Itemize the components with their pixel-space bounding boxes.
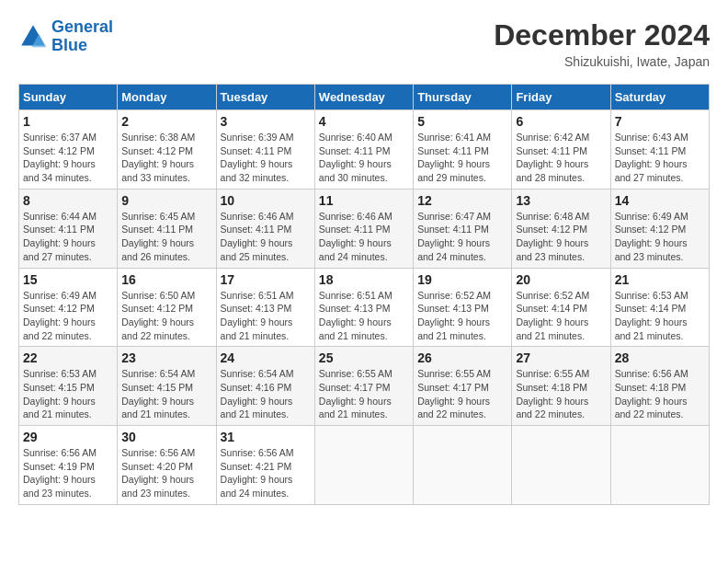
calendar-cell: 13 Sunrise: 6:48 AMSunset: 4:12 PMDaylig…: [512, 189, 610, 268]
calendar-table: SundayMondayTuesdayWednesdayThursdayFrid…: [18, 84, 710, 505]
weekday-monday: Monday: [118, 85, 216, 110]
day-number: 9: [121, 193, 211, 208]
weekday-friday: Friday: [512, 85, 610, 110]
day-detail: Sunrise: 6:54 AMSunset: 4:16 PMDaylight:…: [221, 367, 311, 421]
calendar-cell: 9 Sunrise: 6:45 AMSunset: 4:11 PMDayligh…: [118, 189, 216, 268]
calendar-cell: 26 Sunrise: 6:55 AMSunset: 4:17 PMDaylig…: [414, 347, 512, 426]
day-detail: Sunrise: 6:55 AMSunset: 4:18 PMDaylight:…: [516, 367, 606, 421]
day-detail: Sunrise: 6:53 AMSunset: 4:15 PMDaylight:…: [23, 367, 113, 421]
day-number: 6: [516, 114, 606, 129]
day-detail: Sunrise: 6:47 AMSunset: 4:11 PMDaylight:…: [417, 210, 507, 264]
day-detail: Sunrise: 6:56 AMSunset: 4:21 PMDaylight:…: [221, 446, 311, 500]
day-number: 21: [615, 272, 705, 287]
day-number: 5: [417, 114, 507, 129]
page-header: General Blue December 2024 Shizukuishi, …: [18, 18, 710, 69]
day-number: 22: [23, 350, 113, 365]
calendar-cell: 5 Sunrise: 6:41 AMSunset: 4:11 PMDayligh…: [414, 110, 512, 190]
day-number: 25: [319, 350, 409, 365]
calendar-cell: 28 Sunrise: 6:56 AMSunset: 4:18 PMDaylig…: [610, 347, 709, 426]
weekday-wednesday: Wednesday: [314, 85, 413, 110]
day-detail: Sunrise: 6:54 AMSunset: 4:15 PMDaylight:…: [121, 367, 211, 421]
calendar-cell: 30 Sunrise: 6:56 AMSunset: 4:20 PMDaylig…: [118, 426, 216, 505]
logo-line2: Blue: [51, 36, 87, 54]
day-detail: Sunrise: 6:49 AMSunset: 4:12 PMDaylight:…: [23, 289, 113, 343]
day-number: 8: [23, 193, 113, 208]
calendar-cell: 19 Sunrise: 6:52 AMSunset: 4:13 PMDaylig…: [414, 268, 512, 347]
calendar-cell: [610, 426, 709, 505]
calendar-cell: 27 Sunrise: 6:55 AMSunset: 4:18 PMDaylig…: [512, 347, 610, 426]
day-number: 2: [121, 114, 211, 129]
calendar-cell: 25 Sunrise: 6:55 AMSunset: 4:17 PMDaylig…: [314, 347, 413, 426]
logo-icon: [18, 22, 48, 52]
day-detail: Sunrise: 6:55 AMSunset: 4:17 PMDaylight:…: [319, 367, 409, 421]
day-detail: Sunrise: 6:38 AMSunset: 4:12 PMDaylight:…: [121, 131, 211, 185]
day-number: 16: [121, 272, 211, 287]
day-detail: Sunrise: 6:46 AMSunset: 4:11 PMDaylight:…: [221, 210, 311, 264]
calendar-cell: [314, 426, 413, 505]
day-number: 19: [417, 272, 507, 287]
day-detail: Sunrise: 6:45 AMSunset: 4:11 PMDaylight:…: [121, 210, 211, 264]
calendar-cell: 8 Sunrise: 6:44 AMSunset: 4:11 PMDayligh…: [19, 189, 118, 268]
calendar-cell: 15 Sunrise: 6:49 AMSunset: 4:12 PMDaylig…: [19, 268, 118, 347]
calendar-cell: 29 Sunrise: 6:56 AMSunset: 4:19 PMDaylig…: [19, 426, 118, 505]
calendar-cell: 24 Sunrise: 6:54 AMSunset: 4:16 PMDaylig…: [216, 347, 314, 426]
day-number: 30: [121, 430, 211, 444]
calendar-cell: 17 Sunrise: 6:51 AMSunset: 4:13 PMDaylig…: [216, 268, 314, 347]
day-number: 10: [221, 193, 311, 208]
day-detail: Sunrise: 6:39 AMSunset: 4:11 PMDaylight:…: [221, 131, 311, 185]
day-detail: Sunrise: 6:53 AMSunset: 4:14 PMDaylight:…: [615, 289, 705, 343]
day-number: 28: [615, 350, 705, 365]
day-detail: Sunrise: 6:51 AMSunset: 4:13 PMDaylight:…: [221, 289, 311, 343]
day-number: 24: [221, 350, 311, 365]
day-number: 29: [23, 430, 113, 444]
calendar-cell: 7 Sunrise: 6:43 AMSunset: 4:11 PMDayligh…: [610, 110, 709, 190]
calendar-cell: 22 Sunrise: 6:53 AMSunset: 4:15 PMDaylig…: [19, 347, 118, 426]
weekday-header-row: SundayMondayTuesdayWednesdayThursdayFrid…: [19, 85, 710, 110]
day-detail: Sunrise: 6:46 AMSunset: 4:11 PMDaylight:…: [319, 210, 409, 264]
day-detail: Sunrise: 6:52 AMSunset: 4:13 PMDaylight:…: [417, 289, 507, 343]
day-detail: Sunrise: 6:48 AMSunset: 4:12 PMDaylight:…: [516, 210, 606, 264]
calendar-cell: 21 Sunrise: 6:53 AMSunset: 4:14 PMDaylig…: [610, 268, 709, 347]
day-number: 13: [516, 193, 606, 208]
week-row-4: 22 Sunrise: 6:53 AMSunset: 4:15 PMDaylig…: [19, 347, 710, 426]
day-detail: Sunrise: 6:49 AMSunset: 4:12 PMDaylight:…: [615, 210, 705, 264]
title-block: December 2024 Shizukuishi, Iwate, Japan: [494, 18, 710, 69]
calendar-cell: 20 Sunrise: 6:52 AMSunset: 4:14 PMDaylig…: [512, 268, 610, 347]
calendar-cell: 11 Sunrise: 6:46 AMSunset: 4:11 PMDaylig…: [314, 189, 413, 268]
weekday-thursday: Thursday: [414, 85, 512, 110]
logo-line1: General: [51, 17, 113, 36]
calendar-cell: 12 Sunrise: 6:47 AMSunset: 4:11 PMDaylig…: [414, 189, 512, 268]
day-number: 15: [23, 272, 113, 287]
day-number: 11: [319, 193, 409, 208]
logo: General Blue: [18, 18, 113, 55]
day-number: 17: [221, 272, 311, 287]
month-title: December 2024: [494, 18, 710, 52]
day-detail: Sunrise: 6:56 AMSunset: 4:18 PMDaylight:…: [615, 367, 705, 421]
day-number: 26: [417, 350, 507, 365]
calendar-cell: 2 Sunrise: 6:38 AMSunset: 4:12 PMDayligh…: [118, 110, 216, 190]
day-detail: Sunrise: 6:52 AMSunset: 4:14 PMDaylight:…: [516, 289, 606, 343]
day-detail: Sunrise: 6:40 AMSunset: 4:11 PMDaylight:…: [319, 131, 409, 185]
day-detail: Sunrise: 6:41 AMSunset: 4:11 PMDaylight:…: [417, 131, 507, 185]
calendar-body: 1 Sunrise: 6:37 AMSunset: 4:12 PMDayligh…: [19, 110, 710, 505]
day-detail: Sunrise: 6:43 AMSunset: 4:11 PMDaylight:…: [615, 131, 705, 185]
weekday-sunday: Sunday: [19, 85, 118, 110]
day-number: 27: [516, 350, 606, 365]
week-row-1: 1 Sunrise: 6:37 AMSunset: 4:12 PMDayligh…: [19, 110, 710, 190]
calendar-cell: 6 Sunrise: 6:42 AMSunset: 4:11 PMDayligh…: [512, 110, 610, 190]
calendar-cell: 31 Sunrise: 6:56 AMSunset: 4:21 PMDaylig…: [216, 426, 314, 505]
weekday-tuesday: Tuesday: [216, 85, 314, 110]
day-number: 20: [516, 272, 606, 287]
calendar-cell: 3 Sunrise: 6:39 AMSunset: 4:11 PMDayligh…: [216, 110, 314, 190]
day-detail: Sunrise: 6:51 AMSunset: 4:13 PMDaylight:…: [319, 289, 409, 343]
day-detail: Sunrise: 6:56 AMSunset: 4:19 PMDaylight:…: [23, 446, 113, 500]
day-number: 18: [319, 272, 409, 287]
day-detail: Sunrise: 6:55 AMSunset: 4:17 PMDaylight:…: [417, 367, 507, 421]
calendar-cell: 4 Sunrise: 6:40 AMSunset: 4:11 PMDayligh…: [314, 110, 413, 190]
day-number: 7: [615, 114, 705, 129]
day-number: 14: [615, 193, 705, 208]
day-number: 4: [319, 114, 409, 129]
day-number: 23: [121, 350, 211, 365]
calendar-cell: 23 Sunrise: 6:54 AMSunset: 4:15 PMDaylig…: [118, 347, 216, 426]
day-detail: Sunrise: 6:50 AMSunset: 4:12 PMDaylight:…: [121, 289, 211, 343]
